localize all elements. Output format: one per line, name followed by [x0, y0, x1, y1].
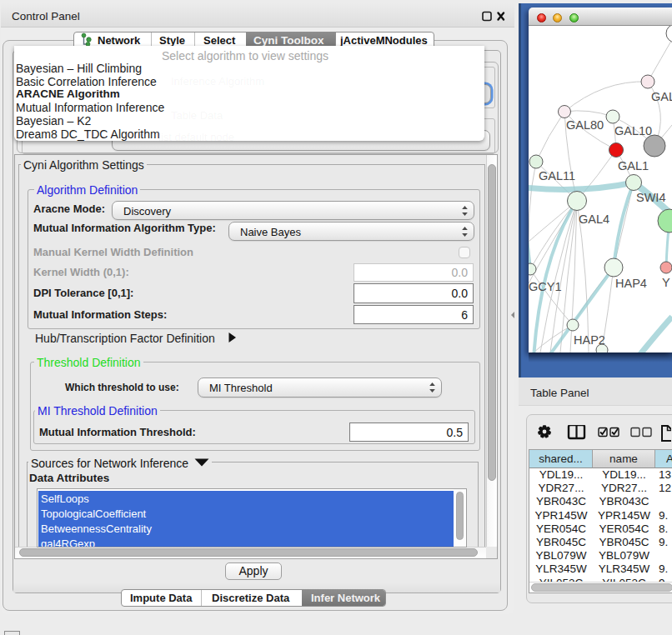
svg-text:GAL80: GAL80 [566, 118, 604, 132]
svg-text:GAL: GAL [651, 90, 672, 103]
svg-text:GAL1: GAL1 [618, 159, 649, 172]
svg-text:HAP4: HAP4 [615, 277, 647, 290]
svg-text:HAP2: HAP2 [574, 333, 605, 347]
svg-text:GAL10: GAL10 [614, 124, 652, 138]
svg-text:GAL4: GAL4 [579, 212, 609, 226]
svg-text:GAL11: GAL11 [539, 169, 575, 182]
svg-text:GCY1: GCY1 [529, 280, 562, 293]
svg-text:Y: Y [662, 276, 670, 289]
svg-text:SWI4: SWI4 [636, 191, 665, 204]
